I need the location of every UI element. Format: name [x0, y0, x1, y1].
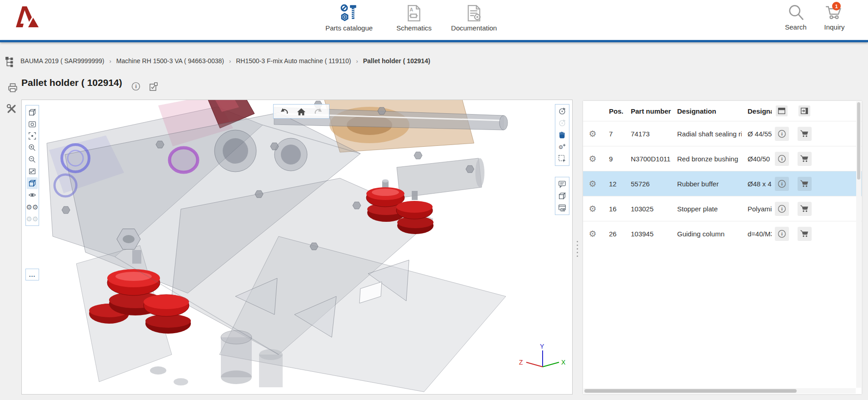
app-header: Parts catalogue A Schematics: [0, 0, 868, 40]
table-row[interactable]: ⚙ 9 N3700D1011 Red bronze bushing Ø40/50…: [583, 146, 862, 171]
viewer-left-toolbar: ⚙⚙ ⚙⚙: [25, 105, 39, 226]
nav-search[interactable]: Search: [778, 4, 813, 31]
document-gear-icon: [464, 4, 484, 23]
row-settings-gear-icon[interactable]: ⚙: [589, 180, 596, 188]
row-info-button[interactable]: i: [775, 127, 789, 141]
cell-part-number: 74173: [626, 130, 671, 138]
viewer-right-toolbar-nav: ⚙: [555, 104, 569, 166]
table-vertical-scrollbar[interactable]: [856, 101, 861, 388]
axis-z-label: Z: [519, 359, 523, 366]
marquee-select-icon[interactable]: [557, 153, 568, 165]
nav-parts-catalogue[interactable]: Parts catalogue: [319, 4, 379, 32]
svg-text:i: i: [781, 156, 783, 161]
screen: Parts catalogue A Schematics: [0, 0, 868, 400]
zoom-out-icon[interactable]: [27, 154, 38, 165]
scrollbar-thumb[interactable]: [584, 389, 797, 393]
breadcrumb-item[interactable]: Machine RH 1500-3 VA ( 94663-0038): [116, 57, 224, 65]
fit-selection-icon[interactable]: [27, 130, 38, 142]
cell-designation-2: Ø 44/55 m: [742, 130, 772, 138]
row-add-to-cart-button[interactable]: [798, 152, 812, 166]
axis-x-label: X: [561, 359, 566, 366]
breadcrumb-item[interactable]: RH1500-3 F-mix Auto machine ( 119110): [236, 57, 351, 65]
cell-designation: Red bronze bushing: [671, 155, 742, 163]
row-add-to-cart-button[interactable]: [798, 227, 812, 241]
row-info-button[interactable]: i: [775, 152, 789, 166]
title-info-icon[interactable]: i: [131, 82, 140, 91]
page-title: Pallet holder ( 102914): [21, 77, 122, 88]
collapse-panel-icon[interactable]: [798, 105, 810, 116]
home-view-icon[interactable]: [293, 105, 310, 118]
pan-hand-icon[interactable]: [557, 129, 568, 141]
cell-designation: Stopper plate: [671, 205, 742, 213]
cell-designation-2: Ø40/50 x 5: [742, 155, 772, 163]
nav-label: Parts catalogue: [325, 24, 373, 32]
zoom-in-icon[interactable]: [27, 142, 38, 154]
row-settings-gear-icon[interactable]: ⚙: [589, 130, 596, 138]
orbit-rotate-icon[interactable]: [557, 105, 568, 117]
col-header-part-number[interactable]: Part number: [626, 107, 671, 115]
annotation-note-icon[interactable]: [557, 178, 568, 190]
select-document-icon[interactable]: [149, 82, 159, 92]
visibility-eye-icon[interactable]: [27, 189, 38, 201]
view-cube-icon[interactable]: [27, 106, 38, 118]
fit-to-screen-icon[interactable]: [27, 165, 38, 177]
row-info-button[interactable]: i: [775, 227, 789, 241]
nav-inquiry[interactable]: 1 Inquiry: [816, 4, 853, 31]
svg-text:i: i: [781, 181, 783, 186]
orbit-rotate-disabled-icon[interactable]: [557, 117, 568, 129]
row-add-to-cart-button[interactable]: [798, 202, 812, 216]
assembly-gears-icon[interactable]: ⚙⚙: [27, 201, 38, 213]
cell-pos: 12: [602, 180, 626, 188]
row-info-button[interactable]: i: [775, 177, 789, 191]
export-view-icon[interactable]: [557, 202, 568, 214]
breadcrumb-item[interactable]: Pallet holder ( 102914): [363, 57, 430, 65]
explode-gears-icon[interactable]: ⚙: [557, 141, 568, 153]
table-horizontal-scrollbar[interactable]: [584, 388, 856, 394]
nav-label: Search: [785, 23, 807, 31]
viewer-more-button[interactable]: …: [25, 269, 39, 280]
tools-settings-icon[interactable]: [6, 103, 17, 115]
axis-y-label: Y: [540, 343, 544, 350]
row-settings-gear-icon[interactable]: ⚙: [589, 205, 596, 213]
col-header-designation[interactable]: Designation: [671, 107, 742, 115]
undo-icon[interactable]: [275, 105, 293, 118]
scrollbar-thumb[interactable]: [857, 102, 860, 180]
assembly-gears-disabled-icon[interactable]: ⚙⚙: [27, 213, 38, 225]
row-info-button[interactable]: i: [775, 202, 789, 216]
row-add-to-cart-button[interactable]: [798, 177, 812, 191]
cube-outline-icon[interactable]: [557, 190, 568, 202]
breadcrumb-separator: ›: [229, 58, 231, 65]
breadcrumb: BAUMA 2019 ( SAR9999999)›Machine RH 1500…: [20, 57, 430, 65]
nav-label: Inquiry: [824, 23, 844, 31]
col-header-pos[interactable]: Pos.: [602, 107, 626, 115]
row-add-to-cart-button[interactable]: [798, 127, 812, 141]
breadcrumb-item[interactable]: BAUMA 2019 ( SAR9999999): [20, 57, 104, 65]
table-header-row: Pos. Part number Designation Designation: [583, 101, 862, 121]
table-row[interactable]: ⚙ 7 74173 Radial shaft sealing ring Ø 44…: [583, 121, 862, 146]
nav-schematics[interactable]: A Schematics: [388, 4, 440, 32]
svg-text:i: i: [781, 231, 783, 236]
breadcrumb-separator: ›: [356, 58, 358, 65]
redo-icon[interactable]: [310, 105, 327, 118]
col-header-designation-2[interactable]: Designation: [742, 107, 772, 115]
cell-pos: 16: [602, 205, 626, 213]
print-icon[interactable]: [7, 82, 18, 93]
cell-designation-2: d=40/M30: [742, 230, 772, 238]
table-row[interactable]: ⚙ 12 55726 Rubber buffer Ø48 x 49 r i: [583, 171, 862, 196]
nav-label: Documentation: [451, 24, 497, 32]
table-row[interactable]: ⚙ 16 103025 Stopper plate Polyamid b i: [583, 196, 862, 221]
cad-3d-model[interactable]: [22, 100, 572, 394]
screenshot-icon[interactable]: [27, 118, 38, 130]
cell-pos: 9: [602, 155, 626, 163]
nav-documentation[interactable]: Documentation: [444, 4, 504, 32]
structure-tree-icon[interactable]: [5, 56, 16, 67]
axis-triad: Y X Z: [516, 342, 571, 384]
table-layout-icon[interactable]: [776, 105, 788, 116]
transparent-view-icon[interactable]: [27, 177, 38, 189]
row-settings-gear-icon[interactable]: ⚙: [589, 155, 596, 163]
panel-splitter-handle[interactable]: [575, 240, 579, 258]
row-settings-gear-icon[interactable]: ⚙: [589, 230, 596, 238]
company-logo[interactable]: [15, 5, 40, 29]
table-row[interactable]: ⚙ 26 103945 Guiding column d=40/M30 i: [583, 221, 862, 246]
cell-designation-2: Polyamid b: [742, 205, 772, 213]
